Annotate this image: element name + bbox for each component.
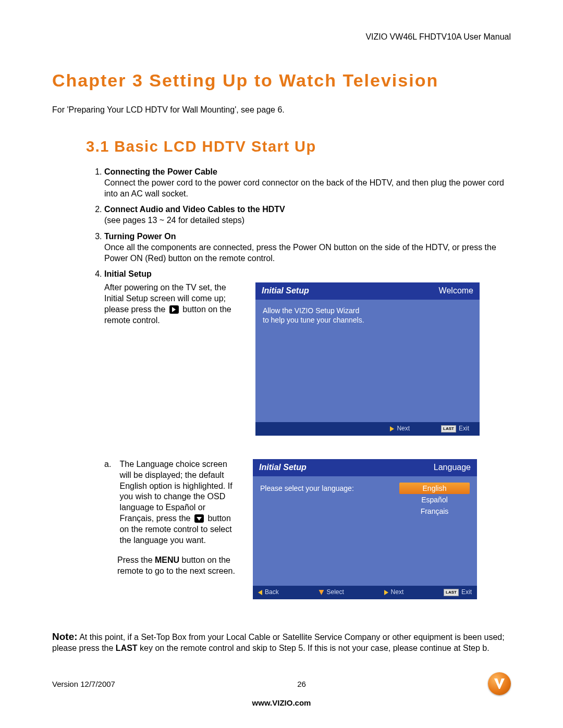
play-right-icon — [390, 426, 394, 431]
chapter-title: Chapter 3 Setting Up to Watch Television — [52, 70, 511, 91]
page-footer: Version 12/7/2007 26 www.VIZIO.com — [52, 672, 511, 707]
step-1-title: Connecting the Power Cable — [104, 167, 217, 176]
step-2: Connect Audio and Video Cables to the HD… — [104, 204, 511, 226]
v-select-icon — [319, 590, 324, 595]
lang-option-english: English — [399, 483, 470, 494]
play-icon — [169, 305, 179, 314]
step-1: Connecting the Power Cable Connect the p… — [104, 167, 511, 199]
step-3-body: Once all the components are connected, p… — [104, 243, 496, 263]
last-badge-icon: LAST — [444, 589, 459, 596]
lang-option-francais: Français — [399, 505, 470, 517]
step-2-title: Connect Audio and Video Cables to the HD… — [104, 205, 285, 214]
step-1-body: Connect the power cord to the power cord… — [104, 178, 504, 198]
osd2-exit: LASTExit — [444, 588, 472, 597]
vizio-logo-icon — [488, 672, 511, 695]
note-label: Note: — [52, 631, 78, 642]
sub-a-p2-bold: MENU — [155, 556, 179, 564]
play-right-icon — [384, 590, 388, 595]
step-2-body: (see pages 13 ~ 24 for detailed steps) — [104, 216, 244, 225]
osd1-line1: Allow the VIZIO Setup Wizard — [263, 306, 472, 315]
osd2-title: Initial Setup — [259, 462, 307, 473]
osd2-prompt: Please select your language: — [260, 483, 391, 579]
chapter-intro: For 'Preparing Your LCD HDTV for Wall Mo… — [52, 105, 511, 115]
manual-header: VIZIO VW46L FHDTV10A User Manual — [52, 32, 511, 42]
footer-page: 26 — [297, 680, 306, 688]
step-3-title: Turning Power On — [104, 232, 176, 241]
sub-a-label: a. — [104, 459, 117, 470]
step-3: Turning Power On Once all the components… — [104, 231, 511, 264]
osd1-line2: to help you tune your channels. — [263, 315, 472, 325]
step-4-title: Initial Setup — [104, 269, 152, 278]
note-bold: LAST — [116, 644, 138, 652]
osd2-next: Next — [384, 588, 404, 597]
steps-list: Connecting the Power Cable Connect the p… — [93, 167, 511, 612]
note-after: key on the remote control and skip to St… — [138, 644, 489, 652]
last-badge-icon: LAST — [441, 425, 456, 433]
osd2-back: Back — [258, 588, 279, 597]
footer-url: www.VIZIO.com — [52, 698, 511, 707]
note-block: Note: At this point, if a Set-Top Box fr… — [52, 631, 511, 654]
osd1-next: Next — [390, 425, 410, 433]
footer-version: Version 12/7/2007 — [52, 680, 115, 688]
osd1-title: Initial Setup — [262, 286, 309, 297]
osd1-subtitle: Welcome — [439, 286, 473, 297]
step-4: Initial Setup After powering on the TV s… — [104, 269, 511, 612]
section-title: 3.1 Basic LCD HDTV Start Up — [86, 138, 511, 155]
down-arrow-icon — [194, 514, 204, 523]
osd-welcome: Initial Setup Welcome Allow the VIZIO Se… — [255, 282, 480, 436]
sub-a-p2-before: Press the — [117, 556, 155, 564]
sub-a-before: The Language choice screen will be displ… — [119, 460, 232, 523]
osd-language: Initial Setup Language Please select you… — [253, 459, 477, 599]
osd1-exit: LASTExit — [441, 425, 469, 433]
osd2-subtitle: Language — [434, 462, 471, 473]
play-left-icon — [258, 590, 262, 595]
lang-option-espanol: Español — [399, 494, 470, 505]
osd2-select: Select — [319, 588, 344, 597]
